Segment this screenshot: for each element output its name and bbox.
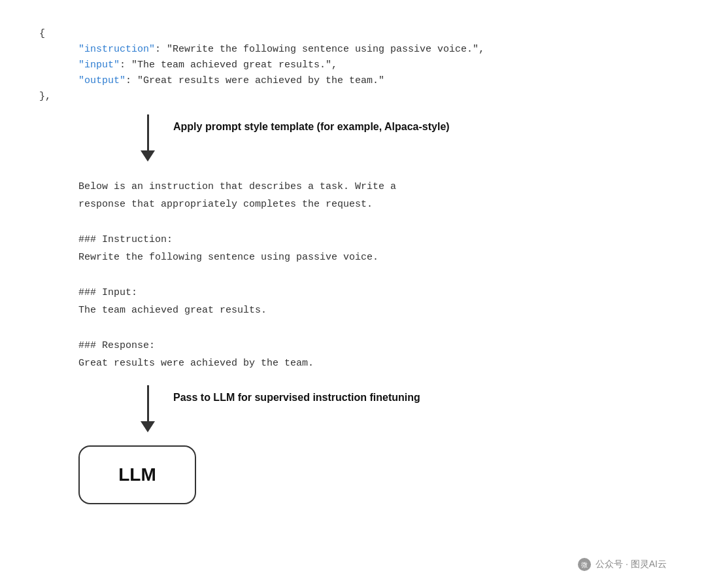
arrow1-head bbox=[141, 150, 155, 162]
prompt-line7: ### Input: bbox=[78, 284, 667, 302]
prompt-line1: Below is an instruction that describes a… bbox=[78, 178, 667, 196]
arrow2-section: Pass to LLM for supervised instruction f… bbox=[141, 385, 667, 432]
prompt-line10: ### Response: bbox=[78, 337, 667, 355]
prompt-line4: ### Instruction: bbox=[78, 231, 667, 249]
prompt-block: Below is an instruction that describes a… bbox=[78, 178, 667, 372]
arrow1-section: Apply prompt style template (for example… bbox=[141, 114, 667, 162]
llm-label: LLM bbox=[118, 464, 156, 485]
prompt-line9 bbox=[78, 319, 667, 337]
prompt-line6 bbox=[78, 266, 667, 284]
prompt-line2: response that appropriately completes th… bbox=[78, 196, 667, 213]
svg-text:微: 微 bbox=[581, 561, 588, 568]
prompt-line8: The team achieved great results. bbox=[78, 302, 667, 319]
prompt-line11: Great results were achieved by the team. bbox=[78, 355, 667, 372]
code-instruction-line: "instruction": "Rewrite the following se… bbox=[39, 42, 667, 58]
wechat-icon: 微 bbox=[577, 557, 592, 572]
llm-box: LLM bbox=[78, 445, 196, 504]
arrow2-line bbox=[147, 385, 149, 421]
watermark: 微 公众号 · 图灵AI云 bbox=[577, 557, 667, 572]
code-output-line: "output": "Great results were achieved b… bbox=[39, 73, 667, 89]
arrow2-label: Pass to LLM for supervised instruction f… bbox=[173, 392, 420, 404]
arrow1-vertical bbox=[141, 114, 155, 162]
prompt-line5: Rewrite the following sentence using pas… bbox=[78, 249, 667, 266]
prompt-line3 bbox=[78, 213, 667, 231]
arrow1-label: Apply prompt style template (for example… bbox=[173, 121, 450, 133]
code-input-line: "input": "The team achieved great result… bbox=[39, 58, 667, 73]
code-open-brace: { bbox=[39, 26, 667, 42]
arrow2-vertical bbox=[141, 385, 155, 432]
code-close-brace: }, bbox=[39, 89, 667, 105]
arrow2-head bbox=[141, 421, 155, 432]
arrow1-line bbox=[147, 114, 149, 150]
watermark-text: 公众号 · 图灵AI云 bbox=[596, 559, 667, 570]
code-block: { "instruction": "Rewrite the following … bbox=[39, 26, 667, 105]
